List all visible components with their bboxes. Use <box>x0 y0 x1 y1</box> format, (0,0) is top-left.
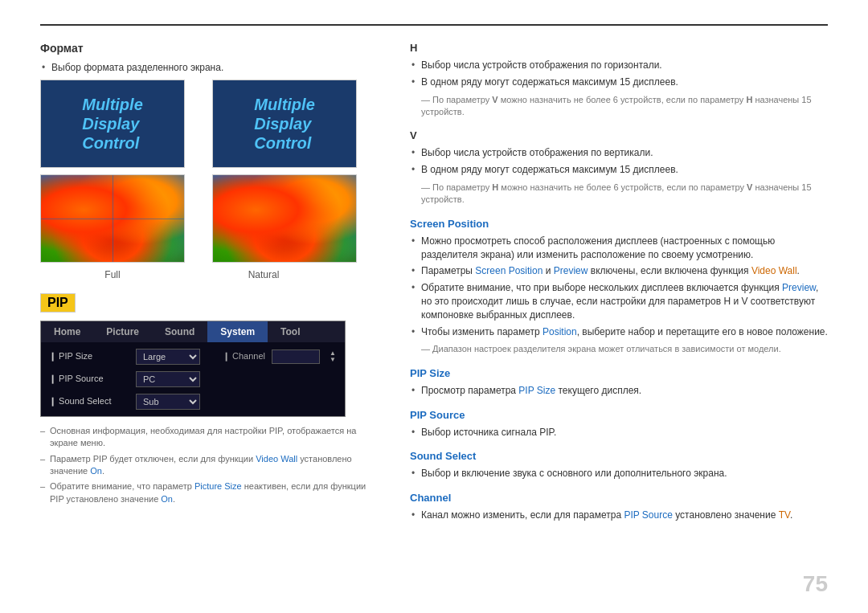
display-image-3 <box>40 174 185 263</box>
on-link-1: On <box>90 466 102 476</box>
bottom-note-2: Параметр PIP будет отключен, если для фу… <box>40 453 378 478</box>
preview-link-2: Preview <box>782 282 816 293</box>
sp-bullet-1: Можно просмотреть способ расположения ди… <box>410 235 828 262</box>
format-bullet-1: Выбор формата разделенного экрана. <box>40 61 378 75</box>
pip-size-link: PIP Size <box>518 385 555 396</box>
channel-stepper[interactable]: ▲ ▼ <box>330 350 336 363</box>
menu-tab-system[interactable]: System <box>207 321 268 342</box>
page-number: 75 <box>803 571 828 597</box>
v-bullet-2: В одном ряду могут содержаться максимум … <box>410 163 828 177</box>
h-letter: H <box>410 42 828 54</box>
pip-source-bullet-1: Выбор источника сигнала PIP. <box>410 426 828 439</box>
pip-source-bullets: Выбор источника сигнала PIP. <box>410 426 828 439</box>
page-container: Формат Выбор формата разделенного экрана… <box>0 0 868 613</box>
h-bullet-2: В одном ряду могут содержаться максимум … <box>410 76 828 89</box>
sound-select-bullet-1: Выбор и включение звука с основного или … <box>410 467 828 480</box>
menu-tab-home[interactable]: Home <box>41 321 93 342</box>
display-text-1: MultipleDisplayControl <box>74 87 151 161</box>
pip-source-link: PIP Source <box>624 509 672 521</box>
menu-header: Home Picture Sound System Tool <box>41 321 345 342</box>
grid-lines-1 <box>41 175 184 262</box>
h-bullet-1: Выбор числа устройств отображения по гор… <box>410 59 828 72</box>
pip-size-title: PIP Size <box>410 367 828 379</box>
screen-pos-link: Screen Position <box>475 265 542 276</box>
preview-link-1: Preview <box>554 265 588 276</box>
screen-position-bullets: Можно просмотреть способ расположения ди… <box>410 235 828 339</box>
format-bullets: Выбор формата разделенного экрана. <box>40 61 378 75</box>
menu-row-pip-size: ❙ PIP Size Large ❙ Channel ▲ ▼ <box>41 345 345 368</box>
screen-position-title: Screen Position <box>410 218 828 230</box>
position-link: Position <box>542 326 577 337</box>
pip-size-select[interactable]: Large <box>136 349 200 365</box>
sp-bullet-4: Чтобы изменить параметр Position, выбери… <box>410 325 828 339</box>
pip-size-bullets: Просмотр параметра PIP Size текущего дис… <box>410 384 828 398</box>
right-column: H Выбор числа устройств отображения по г… <box>410 42 828 533</box>
channel-input[interactable] <box>272 349 320 364</box>
video-wall-link-1: Video Wall <box>256 454 297 464</box>
picture-size-link: Picture Size <box>194 481 242 491</box>
tv-link: TV <box>779 509 790 521</box>
channel-title: Channel <box>410 492 828 504</box>
v-bullet-1: Выбор числа устройств отображения по вер… <box>410 146 828 160</box>
menu-tab-tool[interactable]: Tool <box>268 321 313 342</box>
h-bullets: Выбор числа устройств отображения по гор… <box>410 59 828 89</box>
channel-section: Channel Канал можно изменить, если для п… <box>410 492 828 522</box>
content-wrapper: Формат Выбор формата разделенного экрана… <box>40 42 828 533</box>
v-bullets: Выбор числа устройств отображения по вер… <box>410 146 828 177</box>
display-image-4 <box>212 174 357 263</box>
image-grid: MultipleDisplayControl MultipleDisplayCo… <box>40 80 378 263</box>
pip-source-select[interactable]: PC <box>136 371 200 387</box>
pip-size-label: ❙ PIP Size <box>49 351 129 362</box>
bottom-note-3: Обратите внимание, что параметр Picture … <box>40 480 378 505</box>
channel-label: ❙ Channel <box>223 351 265 362</box>
vline <box>113 175 113 262</box>
sp-note: Диапазон настроек разделителя экрана мож… <box>410 343 828 355</box>
image-labels-2: Full Natural <box>40 269 378 280</box>
bottom-note-1: Основная информация, необходимая для нас… <box>40 425 378 450</box>
v-section: V Выбор числа устройств отображения по в… <box>410 129 828 206</box>
screen-position-section: Screen Position Можно просмотреть способ… <box>410 218 828 356</box>
bottom-notes: Основная информация, необходимая для нас… <box>40 425 378 505</box>
h-section: H Выбор числа устройств отображения по г… <box>410 42 828 118</box>
menu-row-pip-source: ❙ PIP Source PC <box>41 368 345 390</box>
pip-source-section: PIP Source Выбор источника сигнала PIP. <box>410 409 828 439</box>
menu-body: ❙ PIP Size Large ❙ Channel ▲ ▼ <box>41 342 345 416</box>
pip-section: PIP Home Picture Sound System Tool ❙ PIP… <box>40 293 378 505</box>
channel-bullets: Канал можно изменить, если для параметра… <box>410 509 828 522</box>
pip-size-section: PIP Size Просмотр параметра PIP Size тек… <box>410 367 828 398</box>
sound-select-select[interactable]: Sub <box>136 394 200 410</box>
sp-bullet-2: Параметры Screen Position и Preview вклю… <box>410 264 828 278</box>
h-note: По параметру V можно назначить не более … <box>410 94 828 119</box>
display-image-1: MultipleDisplayControl <box>40 80 185 168</box>
format-title: Формат <box>40 42 378 55</box>
sound-select-section: Sound Select Выбор и включение звука с о… <box>410 450 828 480</box>
left-column: Формат Выбор формата разделенного экрана… <box>40 42 378 533</box>
display-image-2: MultipleDisplayControl <box>212 80 357 168</box>
pip-source-label: ❙ PIP Source <box>49 374 129 384</box>
label-full-text: Full <box>40 269 185 280</box>
video-wall-link-2: Video Wall <box>751 265 797 276</box>
display-text-2: MultipleDisplayControl <box>246 87 323 161</box>
channel-bullet-1: Канал можно изменить, если для параметра… <box>410 509 828 522</box>
pip-badge: PIP <box>40 293 76 313</box>
v-note: По параметру H можно назначить не более … <box>410 182 828 206</box>
menu-tab-sound[interactable]: Sound <box>152 321 207 342</box>
sound-select-title: Sound Select <box>410 450 828 462</box>
top-line <box>40 24 828 26</box>
label-natural-text: Natural <box>191 269 336 280</box>
on-link-2: On <box>161 494 173 504</box>
sound-select-bullets: Выбор и включение звука с основного или … <box>410 467 828 480</box>
menu-tab-picture[interactable]: Picture <box>93 321 152 342</box>
format-section: Формат Выбор формата разделенного экрана… <box>40 42 378 280</box>
sp-bullet-3: Обратите внимание, что при выборе нескол… <box>410 281 828 321</box>
sound-select-label: ❙ Sound Select <box>49 396 129 407</box>
menu-row-sound-select: ❙ Sound Select Sub <box>41 390 345 413</box>
v-letter: V <box>410 129 828 141</box>
menu-mockup: Home Picture Sound System Tool ❙ PIP Siz… <box>40 321 346 417</box>
pip-size-bullet-1: Просмотр параметра PIP Size текущего дис… <box>410 384 828 398</box>
flower-image-2 <box>213 175 356 262</box>
pip-source-title: PIP Source <box>410 409 828 421</box>
